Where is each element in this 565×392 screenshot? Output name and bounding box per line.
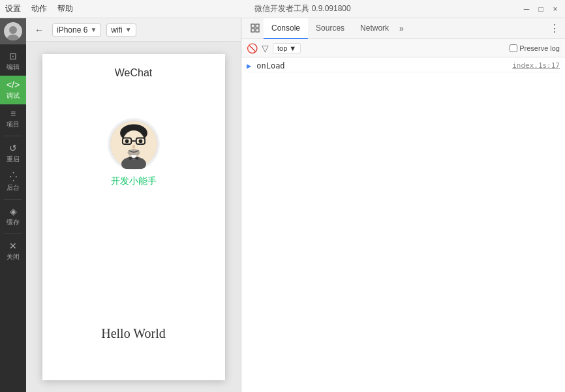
- svg-rect-21: [256, 29, 259, 32]
- store-icon: ◈: [10, 206, 17, 217]
- phone-app-title: WeChat: [115, 67, 153, 79]
- devtools-filter-bar: 🚫 ▽ top ▼ Preserve log: [241, 39, 565, 57]
- svg-point-1: [9, 26, 17, 34]
- devtools-tab-toolbar-icon[interactable]: [247, 18, 264, 39]
- phone-screen: WeChat: [42, 54, 225, 380]
- sidebar-item-backend[interactable]: ⁛ 后台: [0, 168, 26, 196]
- avatar: [4, 22, 22, 40]
- device-model-label: iPhone 6: [57, 25, 87, 35]
- devtools-tabs: Console Sources Network » ⋮: [241, 18, 565, 39]
- clear-console-icon[interactable]: 🚫: [247, 43, 258, 53]
- user-avatar-container[interactable]: [0, 18, 26, 44]
- project-icon: ≡: [10, 108, 16, 119]
- device-model-arrow: ▼: [90, 26, 97, 33]
- inspect-icon: [251, 23, 260, 33]
- sidebar-item-close[interactable]: ✕ 关闭: [0, 237, 26, 265]
- device-frame: WeChat: [26, 42, 241, 392]
- log-level-arrow: ▼: [289, 44, 296, 52]
- filter-icon[interactable]: ▽: [262, 43, 269, 53]
- sidebar-divider-2: [4, 199, 22, 200]
- svg-rect-20: [251, 29, 254, 32]
- minimize-button[interactable]: ─: [522, 5, 531, 14]
- tab-sources[interactable]: Sources: [308, 18, 352, 39]
- sidebar-item-restart[interactable]: ↺ 重启: [0, 139, 26, 168]
- maximize-button[interactable]: □: [536, 5, 545, 14]
- svg-rect-18: [251, 24, 254, 27]
- log-level-value: top: [277, 44, 287, 52]
- devtools-menu-button[interactable]: ⋮: [549, 22, 560, 35]
- svg-rect-19: [256, 24, 259, 27]
- menu-actions[interactable]: 动作: [31, 3, 47, 14]
- avatar-cartoon: [109, 119, 159, 169]
- menu-bar: 设置 动作 帮助 微信开发者工具 0.9.091800 ─ □ ×: [0, 0, 565, 18]
- preserve-log-checkbox[interactable]: Preserve log: [510, 44, 560, 52]
- avatar-image: [4, 22, 22, 40]
- sidebar-divider-1: [4, 136, 22, 136]
- device-back-icon[interactable]: ←: [31, 22, 47, 38]
- tab-console[interactable]: Console: [264, 18, 308, 39]
- close-window-button[interactable]: ×: [551, 5, 560, 14]
- console-source[interactable]: index.1s:17: [512, 61, 560, 70]
- device-toolbar: ← iPhone 6 ▼ wifi ▼: [26, 18, 241, 42]
- phone-username: 开发小能手: [111, 175, 157, 187]
- sidebar-item-project[interactable]: ≡ 项目: [0, 104, 26, 133]
- network-select[interactable]: wifi ▼: [106, 23, 136, 37]
- console-output: ▶ onLoad index.1s:17: [241, 57, 565, 392]
- app-title: 微信开发者工具 0.9.091800: [84, 3, 522, 14]
- sidebar: ⊡ 编辑 </> 调试 ≡ 项目 ↺ 重启 ⁛ 后台 ◈ 缓存 ✕ 关闭: [0, 18, 26, 392]
- svg-rect-17: [132, 157, 135, 158]
- menu-settings[interactable]: 设置: [5, 3, 21, 14]
- window-controls: ─ □ ×: [522, 5, 560, 14]
- preserve-log-input[interactable]: [510, 44, 517, 52]
- svg-point-11: [132, 144, 135, 148]
- sidebar-item-editor[interactable]: ⊡ 编辑: [0, 47, 26, 76]
- sidebar-item-debug[interactable]: </> 调试: [0, 76, 26, 104]
- phone-hello-text: Hello World: [101, 326, 166, 341]
- network-arrow: ▼: [125, 26, 132, 33]
- devtools-panel: Console Sources Network » ⋮ 🚫 ▽ top ▼ Pr…: [241, 18, 565, 392]
- console-arrow-icon: ▶: [247, 61, 251, 70]
- svg-point-9: [125, 139, 129, 143]
- main-container: ⊡ 编辑 </> 调试 ≡ 项目 ↺ 重启 ⁛ 后台 ◈ 缓存 ✕ 关闭: [0, 18, 565, 392]
- restart-icon: ↺: [9, 143, 17, 153]
- devtools-more-tabs[interactable]: »: [397, 24, 406, 33]
- device-model-select[interactable]: iPhone 6 ▼: [52, 23, 101, 37]
- preserve-log-label: Preserve log: [519, 44, 560, 52]
- debug-icon: </>: [7, 80, 20, 90]
- log-level-select[interactable]: top ▼: [273, 43, 301, 53]
- editor-icon: ⊡: [9, 51, 17, 61]
- menu-help[interactable]: 帮助: [57, 3, 73, 14]
- backend-icon: ⁛: [10, 172, 17, 182]
- console-message: onLoad: [256, 61, 507, 70]
- phone-avatar: [108, 118, 160, 170]
- device-area: ← iPhone 6 ▼ wifi ▼ WeChat: [26, 18, 241, 392]
- console-entry: ▶ onLoad index.1s:17: [247, 60, 560, 72]
- tab-network[interactable]: Network: [352, 18, 397, 39]
- sidebar-item-store[interactable]: ◈ 缓存: [0, 202, 26, 231]
- network-label: wifi: [111, 25, 122, 35]
- svg-point-10: [138, 139, 142, 143]
- close-icon: ✕: [9, 241, 17, 251]
- sidebar-divider-3: [4, 234, 22, 234]
